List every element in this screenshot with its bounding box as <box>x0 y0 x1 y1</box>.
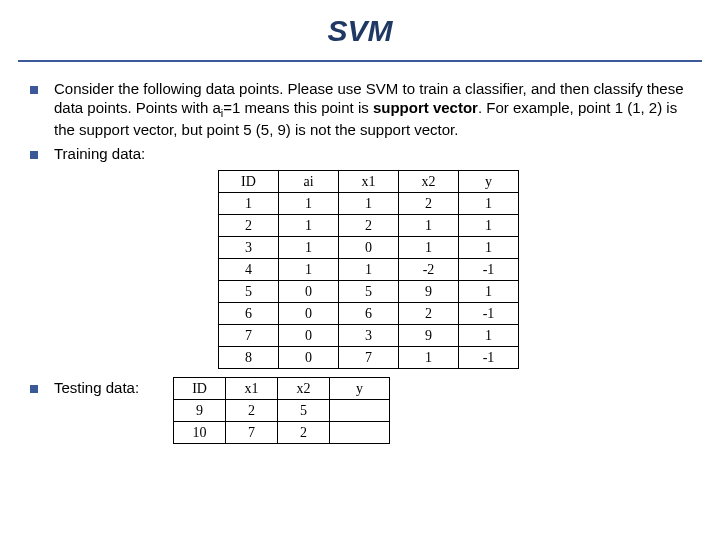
th-x1: x1 <box>226 378 278 400</box>
bullet-3-text: Testing data: <box>54 379 139 398</box>
table-row: 411-2-1 <box>219 259 519 281</box>
bullet-3: Testing data: ID x1 x2 y 925 1072 <box>18 379 702 444</box>
table-row: ID x1 x2 y <box>174 378 390 400</box>
training-table-area: ID ai x1 x2 y 11121 21211 31011 411-2-1 … <box>18 170 702 369</box>
b1-mid: =1 means this point is <box>223 99 373 116</box>
bullet-marker-icon <box>30 86 38 94</box>
bullet-1-text: Consider the following data points. Plea… <box>54 80 702 139</box>
table-row: 31011 <box>219 237 519 259</box>
table-row: 8071-1 <box>219 347 519 369</box>
table-row: 925 <box>174 400 390 422</box>
th-x2: x2 <box>399 171 459 193</box>
table-row: 6062-1 <box>219 303 519 325</box>
bullet-marker-icon <box>30 151 38 159</box>
th-ai: ai <box>279 171 339 193</box>
testing-table: ID x1 x2 y 925 1072 <box>173 377 390 444</box>
th-x2: x2 <box>278 378 330 400</box>
th-id: ID <box>174 378 226 400</box>
b1-bold: support vector <box>373 99 478 116</box>
bullet-2: Training data: <box>18 145 702 164</box>
table-row: 11121 <box>219 193 519 215</box>
slide-content: Consider the following data points. Plea… <box>0 80 720 444</box>
training-table: ID ai x1 x2 y 11121 21211 31011 411-2-1 … <box>218 170 519 369</box>
table-row: 50591 <box>219 281 519 303</box>
bullet-1: Consider the following data points. Plea… <box>18 80 702 139</box>
bullet-marker-icon <box>30 385 38 393</box>
th-id: ID <box>219 171 279 193</box>
th-y: y <box>459 171 519 193</box>
th-y: y <box>330 378 390 400</box>
bullet-2-text: Training data: <box>54 145 702 164</box>
th-x1: x1 <box>339 171 399 193</box>
table-row: ID ai x1 x2 y <box>219 171 519 193</box>
slide-title: SVM <box>0 0 720 60</box>
table-row: 1072 <box>174 422 390 444</box>
table-row: 21211 <box>219 215 519 237</box>
title-underline <box>18 60 702 62</box>
table-row: 70391 <box>219 325 519 347</box>
